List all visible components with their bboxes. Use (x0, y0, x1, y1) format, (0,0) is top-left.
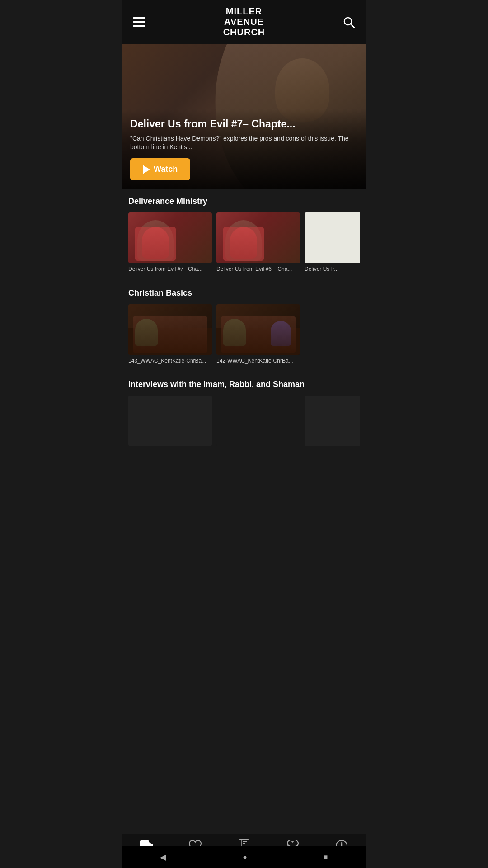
card-row-christian-basics: 143_WWAC_KentKatie-ChrBa... 142-WWAC_Ken… (128, 304, 360, 368)
svg-line-4 (351, 24, 354, 28)
card-thumb-del2 (216, 212, 300, 263)
card-del3[interactable]: Deliver Us fr... (305, 212, 360, 273)
search-icon[interactable] (341, 14, 357, 30)
hero-description: "Can Christians Have Demons?" explores t… (130, 134, 358, 152)
card-del1[interactable]: Deliver Us from Evil #7– Cha... (128, 212, 212, 273)
app-header: MILLER AVENUE CHURCH (122, 0, 366, 44)
card-label-del1: Deliver Us from Evil #7– Cha... (128, 266, 212, 273)
card-int3[interactable] (305, 396, 360, 449)
hero-overlay: Deliver Us from Evil #7– Chapte... "Can … (122, 109, 366, 189)
card-thumb-cb1 (128, 304, 212, 355)
card-label-cb1: 143_WWAC_KentKatie-ChrBa... (128, 358, 212, 365)
menu-icon[interactable] (131, 14, 147, 30)
section-deliverance-ministry: Deliverance Ministry Deliver Us from Evi… (122, 189, 366, 280)
card-label-del3: Deliver Us fr... (305, 266, 360, 273)
section-christian-basics: Christian Basics 143_WWAC_KentKatie-ChrB… (122, 280, 366, 372)
app-title: MILLER AVENUE CHURCH (223, 6, 265, 38)
hero-title: Deliver Us from Evil #7– Chapte... (130, 118, 358, 131)
section-title-interviews: Interviews with the Imam, Rabbi, and Sha… (128, 380, 360, 389)
watch-button[interactable]: Watch (130, 158, 190, 180)
card-thumb-int2 (216, 396, 300, 446)
card-thumb-int1 (128, 396, 212, 446)
card-int2[interactable] (216, 396, 300, 449)
watch-label: Watch (154, 165, 178, 174)
card-label-cb2: 142-WWAC_KentKatie-ChrBa... (216, 358, 300, 365)
card-thumb-int3 (305, 396, 360, 446)
svg-rect-0 (133, 17, 145, 19)
card-thumb-del3 (305, 212, 360, 263)
card-thumb-del1 (128, 212, 212, 263)
section-title-deliverance: Deliverance Ministry (128, 197, 360, 206)
section-title-christian-basics: Christian Basics (128, 288, 360, 298)
main-content: Deliverance Ministry Deliver Us from Evi… (122, 189, 366, 519)
card-cb2[interactable]: 142-WWAC_KentKatie-ChrBa... (216, 304, 300, 365)
svg-rect-2 (133, 25, 145, 27)
card-thumb-cb2 (216, 304, 300, 355)
card-int1[interactable] (128, 396, 212, 449)
card-label-del2: Deliver Us from Evil #6 – Cha... (216, 266, 300, 273)
card-cb1[interactable]: 143_WWAC_KentKatie-ChrBa... (128, 304, 212, 365)
hero-section: Deliver Us from Evil #7– Chapte... "Can … (122, 44, 366, 189)
play-icon (143, 165, 150, 174)
section-interviews: Interviews with the Imam, Rabbi, and Sha… (122, 372, 366, 456)
svg-rect-1 (133, 21, 145, 23)
card-del2[interactable]: Deliver Us from Evil #6 – Cha... (216, 212, 300, 273)
card-row-interviews (128, 396, 360, 453)
card-row-deliverance: Deliver Us from Evil #7– Cha... Deliver … (128, 212, 360, 277)
